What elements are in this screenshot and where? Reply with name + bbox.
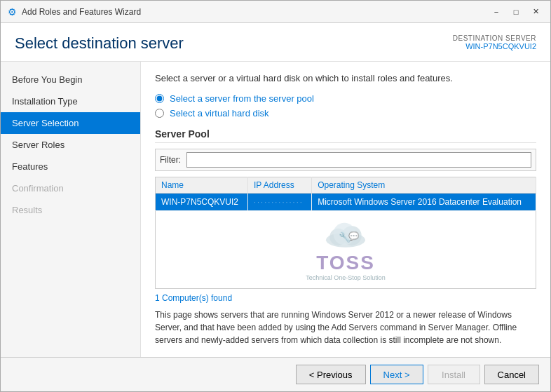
filter-row: Filter: [155, 149, 536, 171]
found-count: 1 Computer(s) found [155, 293, 536, 303]
toss-subtitle: Technical One-Stop Solution [306, 274, 386, 281]
destination-label: DESTINATION SERVER [453, 34, 536, 42]
server-table: Name IP Address Operating System WIN-P7N… [155, 177, 536, 289]
col-name: Name [156, 177, 248, 194]
wizard-footer: < Previous Next > Install Cancel [1, 357, 550, 391]
radio-vhd-label[interactable]: Select a virtual hard disk [170, 108, 269, 119]
radio-vhd-input[interactable] [155, 109, 164, 118]
close-button[interactable]: ✕ [526, 4, 545, 20]
server-pool-title: Server Pool [155, 128, 536, 143]
panel-description: Select a server or a virtual hard disk o… [155, 73, 536, 83]
radio-pool-input[interactable] [155, 94, 164, 103]
main-layout: Before You Begin Installation Type Serve… [1, 62, 550, 357]
install-button: Install [428, 365, 480, 384]
minimize-button[interactable]: − [487, 4, 505, 20]
window-title: Add Roles and Features Wizard [22, 7, 487, 17]
sidebar-item-before-you-begin[interactable]: Before You Begin [1, 69, 140, 90]
cell-ip: ·············· [247, 194, 311, 211]
sidebar-item-features[interactable]: Features [1, 156, 140, 177]
col-os: Operating System [312, 177, 536, 194]
sidebar-item-server-selection[interactable]: Server Selection [1, 112, 140, 134]
radio-vhd[interactable]: Select a virtual hard disk [155, 108, 536, 119]
wizard-window: ⚙ Add Roles and Features Wizard − □ ✕ Se… [0, 0, 551, 392]
info-text: This page shows servers that are running… [155, 309, 536, 346]
col-ip: IP Address [247, 177, 311, 194]
filter-label: Filter: [160, 155, 181, 165]
cancel-button[interactable]: Cancel [484, 365, 539, 384]
titlebar-buttons: − □ ✕ [487, 4, 545, 20]
next-button[interactable]: Next > [370, 365, 423, 384]
content-panel: Select a server or a virtual hard disk o… [141, 62, 550, 357]
svg-text:💬: 💬 [348, 231, 360, 242]
cell-name: WIN-P7N5CQKVUI2 [156, 194, 248, 211]
filter-input[interactable] [186, 152, 531, 168]
titlebar: ⚙ Add Roles and Features Wizard − □ ✕ [1, 1, 550, 23]
watermark: 🔧 💬 TOSS Technical One-Stop Solution [156, 211, 536, 288]
cell-os: Microsoft Windows Server 2016 Datacenter… [312, 194, 536, 211]
radio-group: Select a server from the server pool Sel… [155, 93, 536, 119]
cloud-icon: 🔧 💬 [321, 218, 370, 250]
table-empty-row: 🔧 💬 TOSS Technical One-Stop Solution [156, 211, 536, 289]
destination-name: WIN-P7N5CQKVUI2 [453, 42, 536, 50]
table-header-row: Name IP Address Operating System [156, 177, 536, 194]
radio-pool-label[interactable]: Select a server from the server pool [170, 93, 314, 104]
wizard-header: Select destination server DESTINATION SE… [1, 23, 550, 62]
sidebar: Before You Begin Installation Type Serve… [1, 62, 141, 357]
sidebar-item-server-roles[interactable]: Server Roles [1, 134, 140, 156]
app-icon: ⚙ [6, 6, 18, 18]
toss-brand: TOSS [316, 252, 375, 274]
restore-button[interactable]: □ [507, 4, 525, 20]
radio-server-pool[interactable]: Select a server from the server pool [155, 93, 536, 104]
cell-ip-value: ·············· [254, 198, 304, 206]
previous-button[interactable]: < Previous [296, 365, 366, 384]
table-row[interactable]: WIN-P7N5CQKVUI2 ·············· Microsoft… [156, 194, 536, 211]
sidebar-item-confirmation: Confirmation [1, 177, 140, 199]
sidebar-item-results: Results [1, 199, 140, 221]
sidebar-item-installation-type[interactable]: Installation Type [1, 90, 140, 112]
destination-server: DESTINATION SERVER WIN-P7N5CQKVUI2 [453, 34, 536, 50]
page-title: Select destination server [15, 34, 184, 53]
